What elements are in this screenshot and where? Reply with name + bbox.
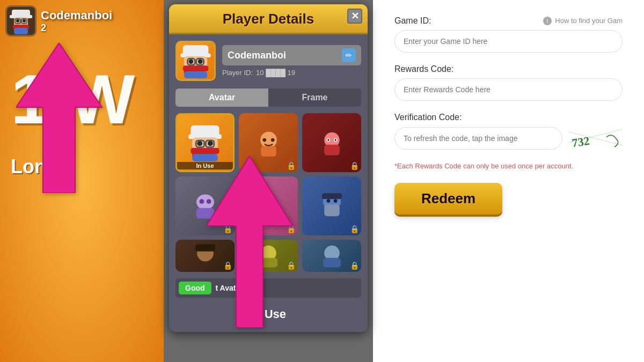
lock-icon-6: 🔒	[350, 225, 359, 233]
rewards-code-input[interactable]	[394, 78, 623, 101]
svg-point-17	[189, 59, 194, 64]
redeem-button[interactable]: Redeem	[394, 183, 502, 215]
svg-rect-22	[184, 71, 207, 78]
popup-header: Player Details ✕	[169, 4, 368, 34]
player-name-mid-text: Codemanboi	[228, 50, 286, 61]
verification-code-group: Verification Code: 732	[394, 113, 623, 150]
svg-point-6	[23, 19, 26, 23]
svg-rect-39	[324, 144, 340, 155]
svg-point-37	[270, 138, 274, 142]
player-id-label: Player ID:	[222, 69, 253, 77]
player-name-mid: Codemanboi ✏	[222, 45, 361, 65]
level-badge: 2	[41, 23, 112, 34]
avatar-item-6[interactable]: 🔒	[302, 176, 361, 235]
svg-point-60	[333, 199, 337, 203]
svg-rect-58	[321, 193, 341, 199]
edit-icon[interactable]: ✏	[342, 48, 356, 62]
player-header: Codemanboi 2	[5, 5, 112, 36]
svg-marker-11	[16, 43, 102, 193]
avatar-item-3[interactable]: 🔒	[302, 113, 361, 172]
svg-point-46	[199, 199, 204, 204]
player-info-right: Codemanboi ✏ Player ID: 10 ████ 19	[222, 45, 361, 77]
svg-rect-57	[324, 204, 340, 216]
captcha-image[interactable]: 732	[569, 127, 623, 150]
svg-rect-35	[261, 146, 276, 157]
svg-point-5	[16, 19, 19, 23]
lock-icon-3: 🔒	[350, 161, 359, 170]
how-to-find: i How to find your Gam	[543, 17, 623, 25]
svg-point-43	[334, 139, 336, 141]
verification-row: 732	[394, 127, 623, 150]
player-name-box: Codemanboi 2	[41, 9, 112, 34]
avatar-item-9[interactable]: 🔒	[302, 240, 361, 272]
popup-title: Player Details	[223, 11, 314, 27]
svg-point-29	[208, 141, 213, 146]
close-button[interactable]: ✕	[347, 9, 362, 24]
svg-point-59	[326, 199, 330, 203]
rewards-code-group: Rewards Code:	[394, 64, 623, 101]
middle-panel: Player Details ✕	[164, 0, 373, 362]
left-panel: Codemanboi 2 1.W Long	[0, 0, 164, 362]
svg-rect-66	[323, 257, 341, 267]
rewards-code-label: Rewards Code:	[394, 64, 623, 74]
svg-marker-67	[207, 156, 292, 328]
lock-icon-9: 🔒	[350, 261, 359, 270]
right-panel: Game ID: i How to find your Gam Rewards …	[373, 0, 644, 362]
svg-text:732: 732	[571, 134, 590, 150]
svg-point-36	[262, 138, 266, 142]
player-name: Codemanboi	[41, 9, 112, 23]
info-icon: i	[543, 17, 552, 25]
player-id-value: 10 ████ 19	[256, 69, 295, 77]
player-avatar-small	[5, 5, 36, 36]
verification-code-label: Verification Code:	[394, 113, 623, 122]
svg-point-18	[198, 59, 203, 64]
svg-rect-10	[14, 28, 28, 34]
tab-frame[interactable]: Frame	[268, 88, 361, 107]
tabs-row: Avatar Frame	[175, 88, 361, 107]
arrow-middle	[207, 156, 292, 330]
verification-input[interactable]	[394, 127, 562, 150]
game-id-label: Game ID:	[394, 16, 431, 26]
player-avatar-mid	[175, 41, 216, 81]
svg-point-42	[327, 139, 329, 141]
player-info-row: Codemanboi ✏ Player ID: 10 ████ 19	[175, 41, 361, 81]
disclaimer-text: *Each Rewards Code can only be used once…	[394, 162, 623, 170]
game-id-group: Game ID: i How to find your Gam	[394, 16, 623, 53]
svg-point-28	[197, 141, 202, 146]
game-id-input[interactable]	[394, 30, 623, 53]
player-id-row: Player ID: 10 ████ 19	[222, 69, 361, 77]
tab-avatar[interactable]: Avatar	[175, 88, 268, 107]
arrow-left	[16, 43, 123, 195]
